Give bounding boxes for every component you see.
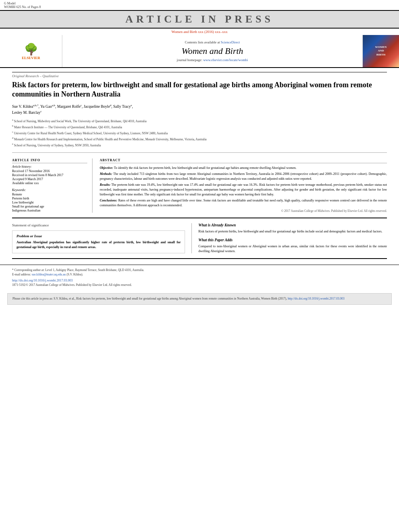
- accepted-date: Accepted 9 March 2017: [12, 177, 87, 181]
- email-line: E-mail address: sue.kildea@mater.uq.edu.…: [12, 273, 387, 276]
- sig-left: Statement of significance Problem or Iss…: [12, 223, 192, 253]
- abstract-objective: Objective: To identify the risk factors …: [100, 166, 387, 170]
- affiliation-c: c University Centre for Rural Health Nor…: [12, 130, 387, 136]
- history-title: Article history:: [12, 165, 87, 168]
- keywords-title: Keywords:: [12, 188, 87, 192]
- journal-thumb-text: WOMENANDBIRTH: [374, 44, 389, 58]
- paper-adds-text: Compared to non-Aboriginal women or Abor…: [198, 244, 387, 253]
- article-title: Risk factors for preterm, low birthweigh…: [12, 80, 387, 99]
- keyword-4: Small for gestational age: [12, 205, 87, 208]
- journal-thumbnail: WOMENANDBIRTH: [363, 35, 399, 67]
- top-banner: G Model WOMBI 625 No. of Pages 8: [0, 0, 399, 11]
- methods-text: The study included 713 singleton births …: [100, 172, 387, 181]
- author-6: Lesley M. Barclay: [12, 111, 40, 115]
- significance-section: Statement of significance Problem or Iss…: [12, 218, 387, 259]
- journal-homepage-line: journal homepage: www.elsevier.com/locat…: [177, 58, 248, 62]
- model-label: G Model: [4, 2, 41, 5]
- article-info-abstract: ARTICLE INFO Article history: Received 1…: [12, 158, 387, 213]
- statement-of-significance-title: Statement of significance: [12, 223, 185, 227]
- already-known-text: Risk factors of preterm births, low birt…: [198, 229, 387, 234]
- elsevier-tree-icon: 🌳: [24, 43, 38, 56]
- email-suffix: (S.V. Kildea).: [66, 273, 83, 276]
- conclusions-label: Conclusions:: [100, 199, 117, 202]
- author-1: Sue V. Kildea: [12, 105, 33, 109]
- email-label: E-mail address:: [12, 273, 31, 276]
- citation-doi-link[interactable]: http://dx.doi.org/10.1016/j.wombi.2017.0…: [288, 297, 344, 300]
- keywords-section: Keywords: Remote Preterm birth Low birth…: [12, 188, 87, 212]
- author-4: Jacqueline Boyle: [84, 105, 110, 109]
- keyword-2: Preterm birth: [12, 197, 87, 200]
- sciencedirect-link[interactable]: ScienceDirect: [221, 40, 240, 44]
- abstract-label: ABSTRACT: [100, 158, 387, 163]
- journal-link[interactable]: Women and Birth xxx (2016) xxx–xxx: [171, 30, 228, 34]
- model-info: G Model WOMBI 625 No. of Pages 8: [4, 2, 41, 9]
- affiliation-b: b Mater Research Institute — The Univers…: [12, 124, 387, 129]
- article-info-column: ARTICLE INFO Article history: Received 1…: [12, 158, 93, 213]
- page: G Model WOMBI 625 No. of Pages 8 ARTICLE…: [0, 0, 399, 532]
- doi-line: http://dx.doi.org/10.1016/j.wombi.2017.0…: [12, 279, 387, 282]
- contents-line: Contents lists available at ScienceDirec…: [185, 40, 240, 44]
- keyword-1: Remote: [12, 193, 87, 196]
- author-5: Sally Tracy: [113, 105, 131, 109]
- affiliation-d: d Monash Centre for Health Research and …: [12, 136, 387, 142]
- publisher-logo: 🌳 ELSEVIER: [0, 35, 62, 67]
- authors-line: Sue V. Kildeaa,b,*, Yu Gaoa,b, Margaret …: [12, 103, 387, 116]
- journal-title: Women and Birth: [181, 46, 243, 56]
- methods-label: Methods:: [100, 172, 112, 176]
- author-email[interactable]: sue.kildea@mater.uq.edu.au: [32, 273, 66, 276]
- results-label: Results:: [100, 183, 111, 187]
- received-date: Received 17 November 2016: [12, 169, 87, 173]
- copyright-line: © 2017 Australian College of Midwives. P…: [100, 209, 387, 213]
- objective-text: To identify the risk factors for preterm…: [114, 166, 296, 170]
- article-in-press-header: ARTICLE IN PRESS: [0, 11, 399, 29]
- revised-date: Received in revised form 8 March 2017: [12, 173, 87, 177]
- corresponding-author: * Corresponding author at: Level 1, Aubi…: [12, 268, 387, 272]
- abstract-column: ABSTRACT Objective: To identify the risk…: [100, 158, 387, 213]
- abstract-results: Results: The preterm birth rate was 19.4…: [100, 183, 387, 197]
- article-history: Article history: Received 17 November 20…: [12, 165, 87, 185]
- sig-right: What is Already Known Risk factors of pr…: [192, 223, 387, 253]
- main-content: Original Research – Qualitative Risk fac…: [0, 68, 399, 263]
- citation-text: Please cite this article in press as: S.…: [12, 297, 287, 300]
- issn-line: 1871-5192/© 2017 Australian College of M…: [12, 283, 387, 287]
- author-2: Yu Gao: [40, 105, 52, 109]
- affiliations: a School of Nursing, Midwifery and Socia…: [12, 118, 387, 153]
- affiliation-a: a School of Nursing, Midwifery and Socia…: [12, 118, 387, 123]
- footer-section: * Corresponding author at: Level 1, Aubi…: [0, 265, 399, 290]
- abstract-conclusions: Conclusions: Rates of these events are h…: [100, 198, 387, 207]
- article-info-label: ARTICLE INFO: [12, 158, 87, 163]
- journal-title-area: Contents lists available at ScienceDirec…: [62, 35, 363, 67]
- problem-text: Australian Aboriginal population has sig…: [16, 240, 181, 249]
- citation-box: Please cite this article in press as: S.…: [7, 293, 392, 305]
- journal-url[interactable]: www.elsevier.com/locate/wombi: [203, 58, 248, 62]
- results-text: The preterm birth rate was 19.4%, low bi…: [100, 183, 387, 196]
- doi-link[interactable]: http://dx.doi.org/10.1016/j.wombi.2017.0…: [12, 279, 73, 282]
- problem-box: Problem or Issue Australian Aboriginal p…: [12, 230, 185, 253]
- keyword-3: Low birthweight: [12, 201, 87, 204]
- author-3: Margaret Rolfe: [57, 105, 80, 109]
- conclusions-text: Rates of these events are high and have …: [100, 199, 387, 207]
- article-category: Original Research – Qualitative: [12, 72, 387, 78]
- already-known-title: What is Already Known: [198, 223, 387, 227]
- problem-title: Problem or Issue: [16, 234, 181, 238]
- journal-code: WOMBI 625 No. of Pages 8: [4, 5, 41, 9]
- keyword-5: Indigenous Australian: [12, 209, 87, 212]
- journal-link-line: Women and Birth xxx (2016) xxx–xxx: [0, 29, 399, 35]
- available-online: Available online xxx: [12, 181, 87, 185]
- affiliation-e: e School of Nursing, University of Sydne…: [12, 142, 387, 148]
- journal-header: 🌳 ELSEVIER Contents lists available at S…: [0, 35, 399, 68]
- objective-label: Objective:: [100, 166, 113, 170]
- elsevier-wordmark: ELSEVIER: [22, 56, 40, 60]
- abstract-methods: Methods: The study included 713 singleto…: [100, 172, 387, 181]
- paper-adds-title: What this Paper Adds: [198, 238, 387, 242]
